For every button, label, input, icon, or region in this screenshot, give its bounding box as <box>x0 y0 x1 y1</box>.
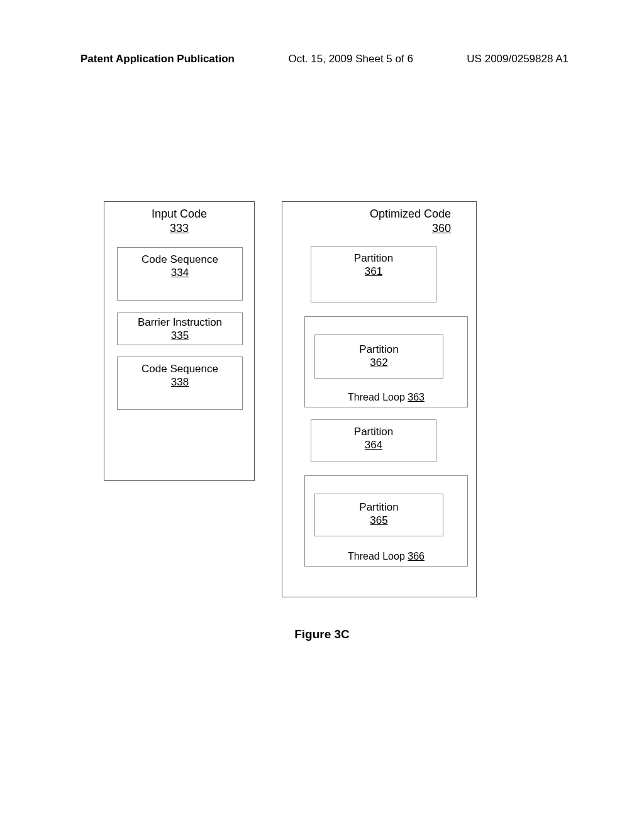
page-header: Patent Application Publication Oct. 15, … <box>0 53 644 65</box>
partition-365-ref: 365 <box>370 514 387 526</box>
partition-362-label: Partition <box>359 343 398 355</box>
figure-caption: Figure 3C <box>0 628 644 641</box>
barrier-instruction-label: Barrier Instruction <box>138 316 222 328</box>
partition-364-label: Partition <box>354 426 393 438</box>
code-sequence-334-ref: 334 <box>171 267 189 279</box>
thread-loop-363-text: Thread Loop <box>348 392 405 402</box>
code-sequence-334: Code Sequence 334 <box>117 247 243 301</box>
partition-361-label: Partition <box>354 252 393 264</box>
barrier-instruction-ref: 335 <box>171 329 189 341</box>
optimized-code-ref: 360 <box>432 222 451 235</box>
partition-364: Partition 364 <box>311 419 436 462</box>
header-center: Oct. 15, 2009 Sheet 5 of 6 <box>288 53 413 65</box>
thread-loop-363-ref: 363 <box>408 392 425 402</box>
partition-362-ref: 362 <box>370 357 387 368</box>
thread-loop-366-text: Thread Loop <box>348 551 405 562</box>
barrier-instruction-335: Barrier Instruction 335 <box>117 313 243 345</box>
thread-loop-366-ref: 366 <box>408 551 425 562</box>
optimized-code-title-text: Optimized Code <box>370 208 451 220</box>
code-sequence-338: Code Sequence 338 <box>117 357 243 410</box>
diagram-area: Input Code 333 Code Sequence 334 Barrier… <box>0 201 644 604</box>
input-code-title-text: Input Code <box>152 208 207 220</box>
thread-loop-363: Partition 362 Thread Loop 363 <box>304 316 468 407</box>
optimized-code-title: Optimized Code 360 <box>282 202 476 240</box>
partition-362: Partition 362 <box>314 335 443 379</box>
partition-365-label: Partition <box>359 501 398 513</box>
partition-361: Partition 361 <box>311 246 436 302</box>
thread-loop-366: Partition 365 Thread Loop 366 <box>304 475 468 567</box>
code-sequence-338-label: Code Sequence <box>142 363 218 375</box>
header-right: US 2009/0259828 A1 <box>467 53 569 65</box>
thread-loop-366-label: Thread Loop 366 <box>305 551 467 562</box>
partition-365: Partition 365 <box>314 494 443 536</box>
thread-loop-363-label: Thread Loop 363 <box>305 392 467 403</box>
input-code-ref: 333 <box>170 222 189 235</box>
header-left: Patent Application Publication <box>80 53 235 65</box>
partition-364-ref: 364 <box>365 439 382 451</box>
input-code-title: Input Code 333 <box>104 202 254 241</box>
partition-361-ref: 361 <box>365 265 382 277</box>
code-sequence-338-ref: 338 <box>171 376 189 388</box>
code-sequence-334-label: Code Sequence <box>142 253 218 265</box>
optimized-code-box: Optimized Code 360 Partition 361 Partiti… <box>282 201 477 597</box>
input-code-box: Input Code 333 Code Sequence 334 Barrier… <box>104 201 255 481</box>
